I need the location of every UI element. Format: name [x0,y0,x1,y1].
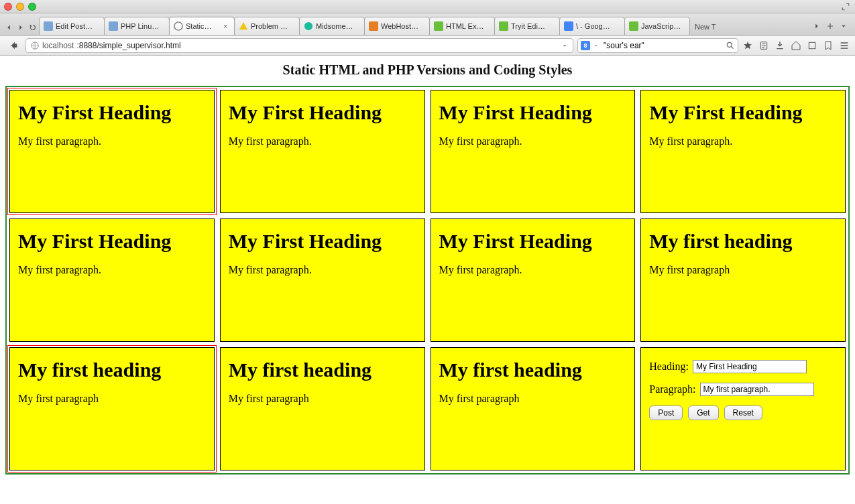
tab-google[interactable]: \ - Goog… [559,17,625,35]
page-title: Static HTML and PHP Versions and Coding … [5,62,850,78]
html-version-cell: My First Heading My first paragraph. [9,90,215,213]
back-button[interactable] [5,38,21,53]
tab-static-active[interactable]: Static… × [169,17,235,35]
page-content: Static HTML and PHP Versions and Coding … [0,56,855,480]
cell-heading: My First Heading [229,230,416,252]
tab-html-ex[interactable]: HTML Ex… [429,17,495,35]
close-icon[interactable]: × [223,22,230,30]
cell-paragraph: My first paragraph. [439,264,627,276]
svg-rect-4 [369,21,378,31]
dropdown-icon[interactable] [561,42,569,50]
url-path: :8888/simple_supervisor.html [76,41,180,50]
svg-rect-6 [499,21,508,31]
html-version-cell: My first heading My first paragraph [431,347,636,470]
tab-label: Edit Post… [56,22,100,30]
url-bar[interactable]: localhost:8888/simple_supervisor.html [25,38,573,53]
bookmarks-icon[interactable] [823,40,834,51]
globe-icon [30,41,40,50]
tab-label: JavaScrip… [641,22,685,30]
cell-heading: My first heading [18,359,206,381]
tab-edit-post[interactable]: Edit Post… [39,17,105,35]
tab-tryit[interactable]: Tryit Edi… [494,17,560,35]
window-zoom-button[interactable] [28,3,36,11]
cell-heading: My First Heading [649,101,837,123]
html-version-cell: My First Heading My first paragraph. [220,218,425,342]
svg-rect-1 [109,21,118,31]
tabstrip-left-icon[interactable] [4,23,13,32]
tab-label: Tryit Edi… [511,22,555,30]
heading-input[interactable] [693,360,807,373]
tab-label: Static… [186,22,221,30]
form-cell: Heading: Paragraph: Post Get Reset [640,347,846,470]
html-version-cell: My First Heading My first paragraph. [9,218,215,342]
window-close-button[interactable] [4,3,12,11]
reader-icon[interactable] [758,40,769,51]
tabstrip-refresh-icon[interactable] [28,23,38,32]
html-version-cell: My first heading My first paragraph [9,347,215,470]
cell-paragraph: My first paragraph [649,264,837,276]
tabstrip-right-icon[interactable] [16,23,25,32]
reset-button[interactable]: Reset [724,405,762,420]
cell-heading: My first heading [229,359,416,381]
search-input[interactable] [602,40,723,51]
tab-strip: Edit Post… PHP Linu… Static… × Problem …… [0,13,855,36]
tab-php-linux[interactable]: PHP Linu… [104,17,170,35]
tab-label: Midsome… [316,22,360,30]
heading-label: Heading: [649,361,689,373]
tab-javascript[interactable]: JavaScrip… [624,17,690,35]
mac-titlebar [0,0,855,13]
post-button[interactable]: Post [649,405,683,420]
new-tab-label[interactable]: New T [689,23,719,35]
cell-heading: My First Heading [18,101,206,123]
bookmark-star-icon[interactable] [742,40,753,51]
svg-point-10 [727,42,732,47]
list-all-tabs-icon[interactable] [839,21,848,31]
cell-paragraph: My first paragraph. [18,135,206,147]
cell-heading: My first heading [439,359,627,381]
google-icon: 8 [581,41,590,50]
html-version-cell: My First Heading My first paragraph. [220,90,425,213]
cell-paragraph: My first paragraph [229,393,416,405]
html-version-cell: My first heading My first paragraph [640,218,846,342]
tab-webhost[interactable]: WebHost… [364,17,430,35]
cell-paragraph: My first paragraph. [18,264,206,276]
html-version-cell: My First Heading My first paragraph. [431,90,636,213]
cell-paragraph: My first paragraph. [229,135,416,147]
home-icon[interactable] [791,40,801,51]
tab-problem[interactable]: Problem … [234,17,300,35]
tab-label: Problem … [251,22,295,30]
cell-paragraph: My first paragraph [18,393,206,405]
fullscreen-icon[interactable] [840,1,851,12]
get-button[interactable]: Get [688,405,718,420]
tab-label: PHP Linu… [121,22,165,30]
html-version-cell: My First Heading My first paragraph. [640,90,846,213]
svg-rect-8 [629,21,638,31]
svg-point-3 [304,22,312,30]
search-box[interactable]: 8 [577,38,738,53]
html-version-cell: My First Heading My first paragraph. [431,218,636,342]
downloads-icon[interactable] [775,40,785,51]
svg-point-2 [174,22,182,30]
svg-rect-5 [434,21,443,31]
outer-green-table: My First Heading My first paragraph. My … [5,86,850,475]
cell-heading: My First Heading [439,101,627,123]
cell-paragraph: My first paragraph. [439,135,627,147]
menu-icon[interactable] [839,40,850,51]
window-minimize-button[interactable] [16,3,24,11]
tab-label: HTML Ex… [446,22,490,30]
svg-rect-12 [809,42,815,48]
cell-heading: My First Heading [229,101,416,123]
cell-paragraph: My first paragraph [439,393,627,405]
search-icon[interactable] [726,41,735,50]
paragraph-input[interactable] [700,383,814,396]
tabstrip-scroll-right-icon[interactable] [812,21,821,31]
paragraph-label: Paragraph: [649,383,695,395]
addon-icon[interactable] [807,40,817,51]
url-host: localhost [42,41,74,50]
html-version-cell: My first heading My first paragraph [220,347,425,470]
tab-label: WebHost… [381,22,425,30]
new-tab-plus-icon[interactable] [825,21,835,31]
chevron-down-icon[interactable] [593,42,600,49]
svg-rect-7 [564,21,573,31]
tab-midsome[interactable]: Midsome… [299,17,365,35]
